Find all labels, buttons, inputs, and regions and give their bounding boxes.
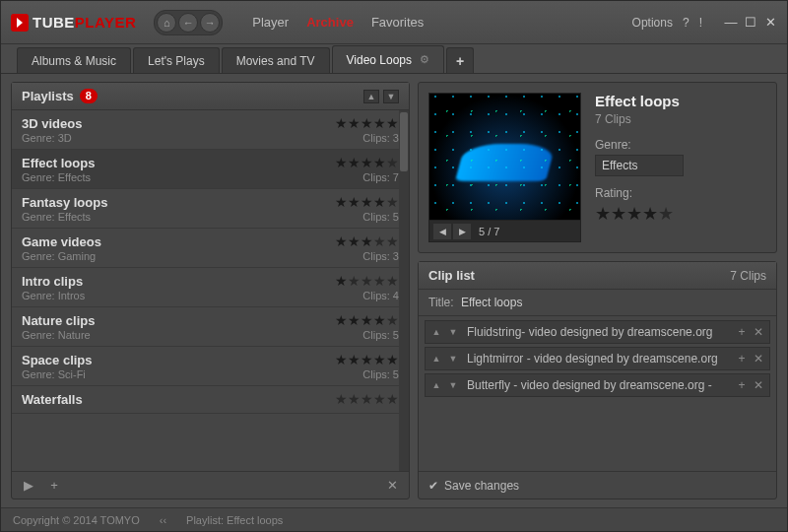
star-icon: ★ — [348, 115, 361, 131]
menu-archive[interactable]: Archive — [306, 15, 354, 30]
move-down-icon[interactable]: ▼ — [446, 327, 460, 337]
nav-buttons: ⌂ ← → — [154, 10, 223, 35]
star-icon: ★ — [373, 273, 386, 289]
playlist-item[interactable]: 3D videos★★★★★Genre: 3DClips: 3 — [12, 110, 409, 150]
status-playlist: Effect loops — [227, 514, 283, 526]
tab-albums[interactable]: Albums & Music — [17, 47, 131, 73]
home-button[interactable]: ⌂ — [157, 13, 176, 33]
menu-options[interactable]: Options — [632, 16, 673, 30]
clip-text: Fluidstring- video designed by dreamscen… — [467, 325, 732, 339]
cliplist-count: 7 Clips — [730, 269, 766, 283]
add-button[interactable]: + — [45, 477, 63, 495]
playlist-list: 3D videos★★★★★Genre: 3DClips: 3Effect lo… — [12, 110, 409, 471]
back-button[interactable]: ← — [178, 13, 198, 33]
star-icon[interactable]: ★ — [626, 203, 642, 225]
move-up-icon[interactable]: ▲ — [429, 380, 443, 390]
star-icon: ★ — [348, 312, 361, 328]
playlist-genre: Genre: Sci-Fi — [22, 368, 86, 380]
collapse-icon[interactable]: ‹‹ — [160, 514, 166, 526]
star-icon: ★ — [361, 352, 373, 367]
playlist-item[interactable]: Fantasy loops★★★★★Genre: EffectsClips: 5 — [12, 189, 409, 229]
tab-label: Movies and TV — [236, 54, 315, 68]
clip-add-icon[interactable]: + — [735, 352, 749, 366]
playlist-item[interactable]: Game videos★★★★★Genre: GamingClips: 3 — [12, 229, 409, 268]
clip-item[interactable]: ▲▼Fluidstring- video designed by dreamsc… — [425, 320, 770, 344]
collapse-up-icon[interactable]: ▲ — [363, 90, 379, 103]
move-down-icon[interactable]: ▼ — [446, 380, 460, 390]
help-button[interactable]: ? — [683, 16, 690, 30]
star-icon: ★ — [348, 155, 361, 170]
move-down-icon[interactable]: ▼ — [446, 354, 460, 364]
playlist-genre: Genre: Intros — [22, 290, 85, 301]
maximize-button[interactable]: ☐ — [744, 16, 757, 30]
playlist-rating: ★★★★★ — [335, 115, 399, 131]
copyright: Copyright © 2014 TOMYO — [13, 514, 140, 526]
playlist-clips: Clips: 5 — [362, 368, 399, 380]
info-button[interactable]: ! — [699, 16, 702, 30]
clip-item[interactable]: ▲▼Butterfly - video designed by dreamsce… — [425, 373, 770, 397]
save-changes-button[interactable]: ✔ Save changes — [419, 471, 776, 499]
close-button[interactable]: ✕ — [763, 16, 777, 30]
star-icon: ★ — [361, 115, 373, 131]
move-up-icon[interactable]: ▲ — [429, 354, 443, 364]
star-icon: ★ — [386, 352, 399, 367]
playlist-item[interactable]: Effect loops★★★★★Genre: EffectsClips: 7 — [12, 150, 409, 189]
scrollbar[interactable] — [399, 110, 409, 471]
clip-remove-icon[interactable]: ✕ — [752, 352, 765, 366]
star-icon: ★ — [386, 233, 399, 249]
playlist-item[interactable]: Space clips★★★★★Genre: Sci-FiClips: 5 — [12, 347, 409, 386]
save-label: Save changes — [444, 479, 519, 493]
prev-thumb-button[interactable]: ◀ — [433, 224, 451, 239]
star-icon: ★ — [335, 233, 348, 249]
star-icon: ★ — [335, 312, 348, 328]
playlist-name: Waterfalls — [22, 392, 83, 407]
gear-icon[interactable]: ⚙ — [420, 53, 429, 66]
playlist-item[interactable]: Waterfalls★★★★★ — [12, 386, 409, 414]
titlebar: TUBEPLAYER ⌂ ← → Player Archive Favorite… — [1, 1, 787, 44]
menu-favorites[interactable]: Favorites — [371, 15, 424, 30]
tab-label: Video Loops — [347, 53, 413, 67]
tab-letsplays[interactable]: Let's Plays — [133, 47, 220, 73]
star-icon: ★ — [361, 233, 373, 249]
star-icon: ★ — [373, 352, 386, 367]
star-icon[interactable]: ★ — [642, 203, 658, 225]
app-logo: TUBEPLAYER — [11, 14, 136, 32]
clip-item[interactable]: ▲▼Lightmirror - video designed by dreams… — [425, 347, 770, 370]
clip-remove-icon[interactable]: ✕ — [752, 325, 765, 339]
playlist-clips: Clips: 5 — [362, 329, 399, 341]
star-icon: ★ — [361, 155, 373, 170]
playlist-name: Nature clips — [22, 313, 95, 328]
star-icon[interactable]: ★ — [658, 203, 674, 225]
clip-add-icon[interactable]: + — [735, 325, 749, 339]
star-icon: ★ — [386, 194, 399, 210]
collapse-down-icon[interactable]: ▼ — [383, 90, 399, 103]
tab-movies[interactable]: Movies and TV — [222, 47, 330, 73]
playlist-rating: ★★★★★ — [335, 273, 399, 289]
playlist-item[interactable]: Nature clips★★★★★Genre: NatureClips: 5 — [12, 307, 409, 347]
star-icon[interactable]: ★ — [611, 203, 626, 225]
delete-button[interactable]: ✕ — [383, 477, 401, 495]
playlist-name: 3D videos — [22, 116, 82, 131]
forward-button[interactable]: → — [200, 13, 220, 33]
menu-player[interactable]: Player — [252, 15, 289, 30]
playlist-genre: Genre: Effects — [22, 171, 91, 183]
minimize-button[interactable]: — — [724, 16, 738, 30]
playlist-genre: Genre: 3D — [22, 132, 72, 144]
next-thumb-button[interactable]: ▶ — [453, 224, 471, 239]
genre-field[interactable]: Effects — [595, 155, 684, 176]
move-up-icon[interactable]: ▲ — [429, 327, 443, 337]
rating-stars[interactable]: ★★★★★ — [595, 203, 766, 225]
playlist-rating: ★★★★★ — [335, 352, 399, 367]
playlist-rating: ★★★★★ — [335, 155, 399, 170]
playlist-clips: Clips: 7 — [362, 171, 399, 183]
star-icon: ★ — [361, 391, 373, 407]
clip-add-icon[interactable]: + — [735, 378, 749, 392]
star-icon: ★ — [386, 391, 399, 407]
tab-add[interactable]: + — [446, 47, 474, 73]
playlist-item[interactable]: Intro clips★★★★★Genre: IntrosClips: 4 — [12, 268, 409, 307]
tab-videoloops[interactable]: Video Loops⚙ — [332, 45, 445, 73]
play-button[interactable]: ▶ — [20, 477, 37, 495]
clip-remove-icon[interactable]: ✕ — [752, 378, 765, 392]
playlists-count-badge: 8 — [80, 89, 98, 103]
star-icon[interactable]: ★ — [595, 203, 611, 225]
